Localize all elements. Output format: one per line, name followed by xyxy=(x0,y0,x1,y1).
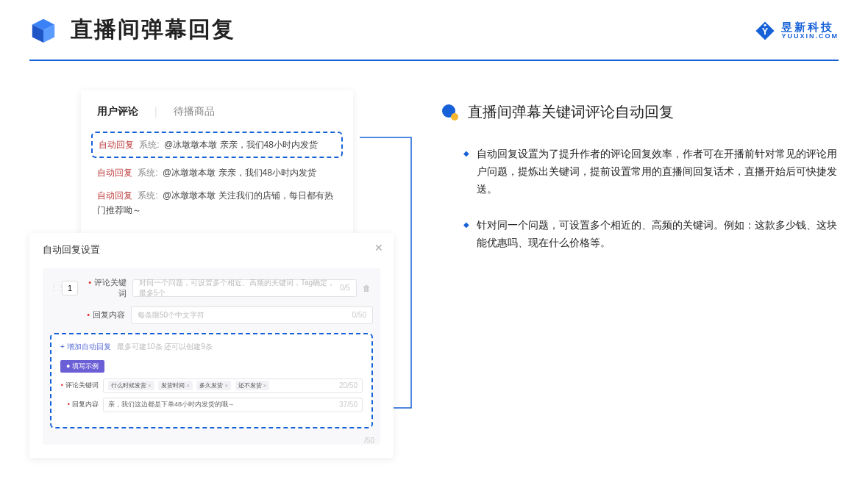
comment-text: @冰墩墩本墩 关注我们的店铺，每日都有热门推荐呦～ xyxy=(97,190,333,215)
delete-icon[interactable]: 🗑 xyxy=(363,284,373,293)
keyword-placeholder: 对同一个问题，可设置多个相近、高频的关键词，Tag确定，最多5个 xyxy=(139,278,340,298)
brand-name-en: YUUXIN.COM xyxy=(781,33,839,40)
bubble-icon xyxy=(441,104,459,121)
tabs: 用户评论 | 待播商品 xyxy=(97,105,337,118)
screenshot-panel: 用户评论 | 待播商品 自动回复 系统: @冰墩墩本墩 亲亲，我们48小时内发货… xyxy=(29,90,397,458)
ex-keyword-input[interactable]: 什么时候发货× 发货时间× 多久发货× 还不发货× 20/50 xyxy=(103,378,363,393)
system-label: 系统: xyxy=(138,190,157,201)
ex-content-counter: 37/50 xyxy=(339,401,357,409)
keyword-tag: 发货时间× xyxy=(158,381,193,390)
cube-icon xyxy=(29,16,57,44)
example-block: + 增加自动回复 最多可建10条 还可以创建9条 ● 填写示例 评论关键词 什么… xyxy=(50,333,373,428)
add-rule-text: + 增加自动回复 xyxy=(60,342,111,351)
auto-reply-tag: 自动回复 xyxy=(97,190,132,201)
tab-user-comments[interactable]: 用户评论 xyxy=(97,105,138,118)
settings-modal: 自动回复设置 ✕ ⋮⋮ 1 评论关键词 对同一个问题，可设置多个相近、高频的关键… xyxy=(29,233,394,458)
description-panel: 直播间弹幕关键词评论自动回复 自动回复设置为了提升作者的评论回复效率，作者可在开… xyxy=(441,90,839,458)
close-icon[interactable]: ✕ xyxy=(374,242,383,254)
keyword-tag: 多久发货× xyxy=(196,381,231,390)
tab-separator: | xyxy=(154,106,157,118)
system-label: 系统: xyxy=(138,168,157,178)
page-title: 直播间弹幕回复 xyxy=(71,15,235,45)
tab-pending-goods[interactable]: 待播商品 xyxy=(174,105,215,118)
svg-point-7 xyxy=(451,113,458,121)
page-header: 直播间弹幕回复 xyxy=(0,0,868,45)
keyword-input[interactable]: 对同一个问题，可设置多个相近、高频的关键词，Tag确定，最多5个 0/5 xyxy=(132,279,357,297)
comment-row: 自动回复 系统: @冰墩墩本墩 关注我们的店铺，每日都有热门推荐呦～ xyxy=(97,188,337,218)
ex-content-label: 回复内容 xyxy=(60,400,99,409)
content-counter: 0/50 xyxy=(352,311,366,319)
brand-icon: Y xyxy=(755,21,775,41)
ex-content-text: 亲，我们这边都是下单48小时内发货的哦～ xyxy=(108,400,235,409)
modal-title: 自动回复设置 xyxy=(43,243,380,256)
system-label: 系统: xyxy=(139,140,159,150)
keyword-label: 评论关键词 xyxy=(84,277,127,299)
content-input[interactable]: 每条限50个中文字符 0/50 xyxy=(131,306,373,324)
add-rule-link[interactable]: + 增加自动回复 最多可建10条 还可以创建9条 xyxy=(60,342,363,352)
section-title: 直播间弹幕关键词评论自动回复 xyxy=(468,102,674,122)
brand-logo: Y 昱新科技 YUUXIN.COM xyxy=(755,21,839,41)
content-placeholder: 每条限50个中文字符 xyxy=(138,310,204,320)
keyword-counter: 0/5 xyxy=(340,284,350,292)
auto-reply-tag: 自动回复 xyxy=(99,140,134,150)
comments-card: 用户评论 | 待播商品 自动回复 系统: @冰墩墩本墩 亲亲，我们48小时内发货… xyxy=(81,90,353,240)
ex-keyword-counter: 20/50 xyxy=(339,381,357,390)
auto-reply-tag: 自动回复 xyxy=(97,168,132,178)
highlighted-comment: 自动回复 系统: @冰墩墩本墩 亲亲，我们48小时内发货 xyxy=(91,132,343,158)
drag-handle-icon[interactable]: ⋮⋮ xyxy=(50,284,56,292)
svg-text:Y: Y xyxy=(762,26,769,37)
comment-text: @冰墩墩本墩 亲亲，我们48小时内发货 xyxy=(164,140,318,150)
ex-content-input[interactable]: 亲，我们这边都是下单48小时内发货的哦～ 37/50 xyxy=(103,398,363,412)
outer-counter: /50 xyxy=(364,437,374,445)
comment-row: 自动回复 系统: @冰墩墩本墩 亲亲，我们48小时内发货 xyxy=(97,165,337,180)
brand-name-cn: 昱新科技 xyxy=(781,21,839,34)
rule-index: 1 xyxy=(62,281,78,295)
comment-text: @冰墩墩本墩 亲亲，我们48小时内发货 xyxy=(163,168,316,178)
example-badge: ● 填写示例 xyxy=(60,360,104,373)
keyword-tag: 还不发货× xyxy=(235,381,270,390)
feature-bullet: 针对同一个问题，可设置多个相近的、高频的关键词。例如：这款多少钱、这块能优惠吗、… xyxy=(463,217,839,252)
content-label: 回复内容 xyxy=(82,309,125,320)
keyword-tag: 什么时候发货× xyxy=(108,381,154,390)
ex-keyword-label: 评论关键词 xyxy=(60,381,99,390)
svg-point-5 xyxy=(764,24,766,26)
add-rule-hint: 最多可建10条 还可以创建9条 xyxy=(117,342,212,351)
feature-bullet: 自动回复设置为了提升作者的评论回复效率，作者可在开播前针对常见的评论用户问题，提… xyxy=(463,146,839,198)
